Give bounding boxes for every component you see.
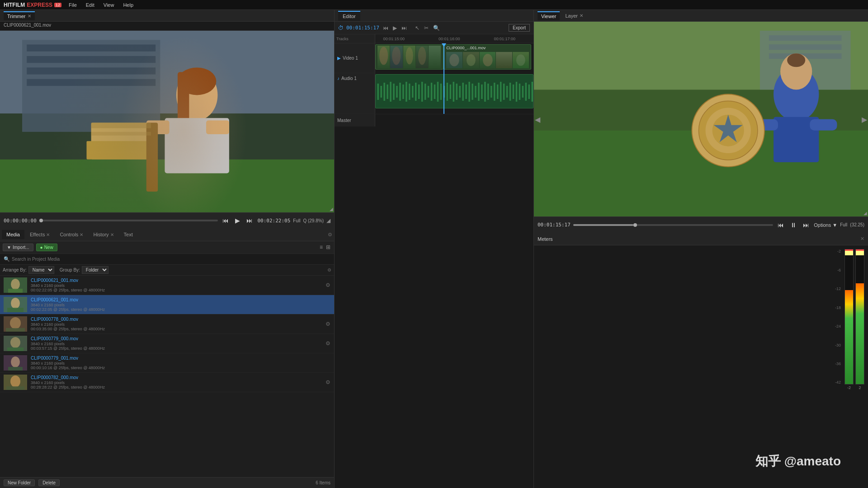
tab-effects-close[interactable]: ✕ [46,232,50,237]
media-name: CLIP0000779_000.mov [31,336,322,341]
tab-layer-close[interactable]: ✕ [580,13,583,18]
ruler-time-3: 00:01:17:00 [494,37,516,41]
media-info: CLIP0000621_001.mov 3840 x 2160 pixels00… [31,278,322,292]
app-logo: HITFILM EXPRESS 12 [4,2,61,8]
ed-prev-btn[interactable]: ⏮ [382,24,389,32]
media-item-settings-icon[interactable]: ⚙ [326,379,330,385]
prev-frame-btn[interactable]: ⏮ [221,216,231,225]
list-item[interactable]: CLIP0000782_000.mov 3840 x 2160 pixels00… [0,373,334,392]
tab-trimmer-close[interactable]: ✕ [28,14,31,19]
svg-rect-76 [468,82,470,102]
master-track-content[interactable] [375,114,533,127]
svg-rect-1 [0,31,334,113]
viewer-prev-btn[interactable]: ⏮ [776,221,786,230]
tab-controls-label: Controls [60,232,78,237]
tab-effects[interactable]: Effects ✕ [25,230,54,239]
svg-rect-65 [434,84,435,99]
tab-trimmer[interactable]: Trimmer ✕ [4,11,35,20]
tab-editor[interactable]: Editor [338,11,360,21]
viewer-next-btn[interactable]: ⏭ [801,221,811,230]
list-item[interactable]: CLIP0000779_000.mov 3840 x 2160 pixels00… [0,334,334,353]
timeline-tracks[interactable]: ▶ Video 1 [335,43,533,488]
viewer-corner-icon: ◢ [863,211,867,216]
svg-rect-85 [497,84,498,99]
tab-text[interactable]: Text [119,230,137,239]
svg-rect-18 [91,132,151,136]
audio-track-content[interactable] [375,73,533,114]
grid-view-btn[interactable]: ⊞ [325,243,331,251]
play-btn[interactable]: ▶ [233,216,242,225]
svg-rect-66 [437,82,439,102]
viewer-next-icon[interactable]: ▶ [862,115,867,123]
svg-rect-36 [6,386,24,390]
menu-view[interactable]: View [102,1,116,9]
audio-playhead [443,73,444,114]
tab-history[interactable]: History ✕ [89,230,118,239]
tab-controls-close[interactable]: ✕ [80,232,83,237]
timeline-inner: ▶ Video 1 [335,43,533,127]
viewer-canvas: ◀ ▶ ◢ [534,22,868,216]
new-folder-button[interactable]: New Folder [4,479,35,486]
trimmer-corner-icon: ◢ [330,206,333,211]
media-details: 3840 x 2160 pixels00:02:22:05 @ 25fps, s… [31,303,330,312]
media-item-settings-icon[interactable]: ⚙ [326,321,330,327]
svg-point-32 [11,357,20,367]
viewer-prev-icon[interactable]: ◀ [535,115,540,123]
video-clip-1[interactable] [375,44,443,70]
media-info: CLIP0000779_001.mov 3840 x 2160 pixels00… [31,356,330,370]
thumb-img [4,355,27,371]
svg-point-29 [10,337,20,348]
trimmer-progress[interactable] [39,220,218,221]
list-view-btn[interactable]: ≡ [319,243,324,251]
thumb-img [4,336,27,351]
list-item[interactable]: CLIP0000621_001.mov 3840 x 2160 pixels00… [0,295,334,314]
import-button[interactable]: ▼ Import... [3,244,33,251]
search-input[interactable] [12,257,330,262]
view-icons: ≡ ⊞ [319,243,331,251]
viewer-options-label[interactable]: Options ▼ [814,222,837,228]
export-button[interactable]: Export [509,24,530,32]
meters-title: Meters [538,236,553,242]
tab-layer[interactable]: Layer ✕ [561,12,587,20]
menu-edit[interactable]: Edit [84,1,96,9]
ed-select-btn[interactable]: ↖ [414,24,420,32]
viewer-progress[interactable] [573,224,773,226]
arrange-settings-icon[interactable]: ⚙ [327,267,331,272]
search-icon: 🔍 [4,256,10,262]
ed-zoom-btn[interactable]: 🔍 [432,24,441,32]
tab-media[interactable]: Media [2,230,24,239]
media-name: CLIP0000782_000.mov [31,375,322,380]
media-item-settings-icon[interactable]: ⚙ [326,340,330,347]
viewer-progress-fill [573,224,633,226]
next-frame-btn[interactable]: ⏭ [245,216,255,225]
panel-settings-icon[interactable]: ⚙ [328,232,332,238]
tab-media-label: Media [6,232,20,237]
search-bar: 🔍 [0,254,334,265]
list-item[interactable]: CLIP0000621_001.mov 3840 x 2160 pixels00… [0,276,334,295]
ed-play-btn[interactable]: ▶ [392,24,398,32]
menu-file[interactable]: File [67,1,79,9]
master-track-label: Master [335,114,375,127]
item-count: 6 Items [316,480,330,485]
ed-slice-btn[interactable]: ✂ [423,24,429,32]
video-clip-2[interactable]: CLIP0000_...001.mov [444,44,531,70]
media-thumbnail [4,316,27,332]
list-item[interactable]: CLIP0000779_001.mov 3840 x 2160 pixels00… [0,353,334,373]
ed-next-btn[interactable]: ⏭ [401,24,408,32]
delete-button[interactable]: Delete [38,479,60,486]
thumb-img [4,316,27,332]
timeline-ruler[interactable]: 00:01:15:00 00:01:16:00 00:01:17:00 [375,34,533,43]
arrange-select[interactable]: Name [28,266,54,274]
tab-controls[interactable]: Controls ✕ [55,230,88,239]
video-track-content[interactable]: CLIP0000_...001.mov [375,43,533,73]
meters-close-icon[interactable]: ✕ [860,236,864,242]
media-item-settings-icon[interactable]: ⚙ [326,282,330,288]
tab-viewer[interactable]: Viewer [538,11,560,20]
new-button[interactable]: ● New [36,244,57,251]
tab-history-close[interactable]: ✕ [110,232,114,237]
menu-help[interactable]: Help [121,1,135,9]
viewer-stop-btn[interactable]: ⏸ [788,221,798,230]
audio-icon: ♪ [337,76,340,81]
group-select[interactable]: Folder [82,266,108,274]
list-item[interactable]: CLIP0000778_000.mov 3840 x 2160 pixels00… [0,314,334,334]
